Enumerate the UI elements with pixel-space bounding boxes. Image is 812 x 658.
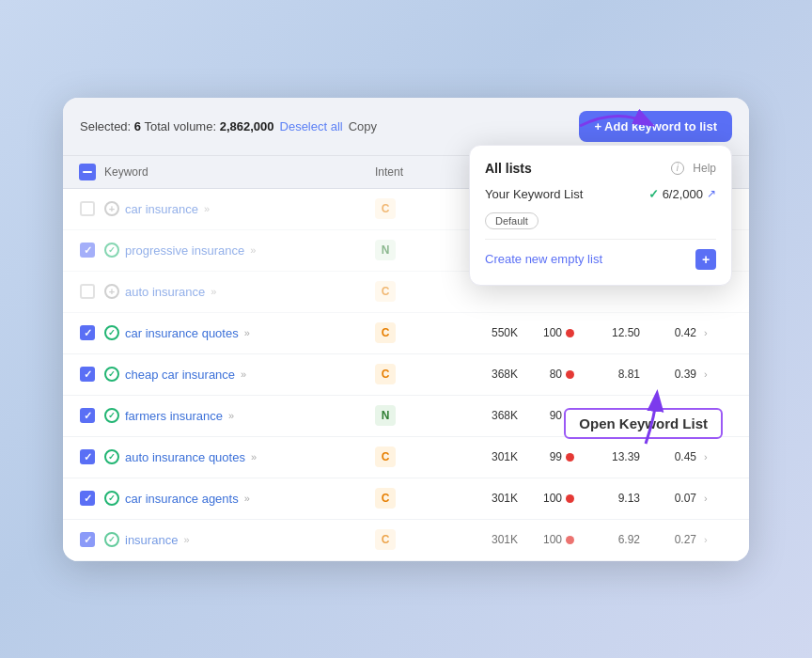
popup-header: All lists i Help	[485, 161, 716, 176]
com-cell: 0.27	[648, 533, 704, 546]
kw-check-icon	[104, 325, 119, 340]
create-list-plus-button[interactable]: +	[695, 249, 716, 270]
keyword-expand[interactable]: »	[211, 286, 216, 297]
kd-cell: 100	[525, 492, 582, 505]
kw-check-icon	[104, 491, 119, 506]
external-link-icon[interactable]: ↗	[707, 187, 716, 200]
keyword-expand[interactable]: »	[228, 410, 234, 421]
keyword-expand[interactable]: »	[251, 451, 257, 462]
intent-badge: C	[375, 198, 396, 219]
keyword-cell-3: + auto insurance »	[104, 284, 375, 299]
row-checkbox-7[interactable]	[70, 449, 104, 464]
check-icon: ✓	[648, 187, 659, 201]
row-checkbox-8[interactable]	[70, 491, 104, 506]
keyword-expand[interactable]: »	[183, 534, 189, 545]
keyword-expand[interactable]: »	[241, 368, 246, 380]
row-checkbox-3[interactable]	[70, 284, 104, 299]
table-row: insurance » C 301K 100 6.92 0.27 ›	[63, 520, 749, 561]
intent-cell: N	[375, 240, 450, 260]
keyword-cell-2: progressive insurance »	[104, 243, 375, 258]
keyword-expand[interactable]: »	[204, 203, 210, 214]
keyword-cell-8: car insurance agents »	[104, 491, 375, 506]
keyword-name[interactable]: progressive insurance	[125, 243, 244, 258]
intent-cell: C	[375, 322, 450, 343]
vol-cell: 301K	[450, 533, 525, 546]
cpc-cell: 6.92	[582, 533, 648, 546]
intent-badge: C	[375, 446, 396, 467]
intent-badge: C	[375, 364, 396, 384]
cpc-cell: 13.39	[582, 450, 648, 463]
intent-badge: C	[375, 529, 396, 550]
popup-title: All lists	[485, 161, 532, 176]
table-row: car insurance quotes » C 550K 100 12.50 …	[63, 313, 749, 354]
col-intent: Intent	[375, 165, 450, 179]
vol-cell: 301K	[450, 450, 525, 463]
keyword-name[interactable]: car insurance	[125, 202, 198, 216]
intent-badge: C	[375, 281, 396, 302]
keyword-cell-6: farmers insurance »	[104, 408, 375, 423]
cpc-cell: 9.13	[582, 492, 648, 505]
vol-cell: 368K	[450, 409, 525, 422]
keyword-cell-7: auto insurance quotes »	[104, 449, 375, 464]
col-keyword: Keyword	[104, 165, 375, 179]
keyword-name[interactable]: auto insurance	[125, 285, 205, 299]
selected-label: Selected: 6 Total volume: 2,862,000	[80, 119, 274, 133]
more-cell: ›	[704, 493, 742, 504]
row-checkbox-5[interactable]	[70, 367, 104, 382]
kd-cell: 99	[525, 450, 582, 463]
row-checkbox-1[interactable]	[70, 201, 104, 216]
create-new-list-link[interactable]: Create new empty list	[485, 252, 602, 266]
vol-cell: 550K	[450, 326, 525, 339]
row-checkbox-4[interactable]	[70, 325, 104, 340]
kw-check-icon	[104, 408, 119, 423]
kd-cell: 100	[525, 533, 582, 546]
kd-cell: 100	[525, 326, 582, 339]
keyword-cell-5: cheap car insurance »	[104, 367, 375, 382]
kw-check-icon	[104, 532, 119, 547]
row-checkbox-9[interactable]	[70, 532, 104, 547]
deselect-all-link[interactable]: Deselect all	[280, 119, 343, 133]
table-row: car insurance agents » C 301K 100 9.13 0…	[63, 478, 749, 520]
intent-cell: C	[375, 198, 450, 219]
row-checkbox-6[interactable]	[70, 408, 104, 423]
cpc-cell: 8.81	[582, 368, 648, 381]
keyword-name[interactable]: car insurance quotes	[125, 326, 239, 340]
kw-check-icon	[104, 449, 119, 464]
vol-cell: 368K	[450, 368, 525, 381]
deselect-icon[interactable]	[79, 164, 96, 180]
main-card: Selected: 6 Total volume: 2,862,000 Dese…	[63, 98, 749, 561]
row-checkbox-2[interactable]	[70, 243, 104, 258]
popup-list-count: ✓ 6/2,000 ↗	[648, 187, 716, 201]
select-all-checkbox[interactable]	[70, 164, 104, 180]
com-cell: 0.07	[648, 492, 704, 505]
intent-cell: C	[375, 529, 450, 550]
popup-help[interactable]: i Help	[671, 162, 716, 175]
intent-cell: C	[375, 364, 450, 384]
com-cell: 0.42	[648, 326, 704, 339]
add-keyword-button[interactable]: + Add keyword to list	[579, 111, 732, 142]
create-new-list: Create new empty list +	[485, 249, 716, 270]
copy-link[interactable]: Copy	[349, 119, 377, 133]
popup-list-item: Your Keyword List ✓ 6/2,000 ↗	[485, 187, 716, 201]
popup-divider	[485, 239, 716, 240]
keyword-expand[interactable]: »	[250, 244, 256, 256]
keyword-name[interactable]: cheap car insurance	[125, 368, 235, 382]
popup-list-name[interactable]: Your Keyword List	[485, 187, 583, 201]
intent-badge: N	[375, 405, 396, 426]
keyword-cell-9: insurance »	[104, 532, 375, 547]
keyword-name[interactable]: car insurance agents	[125, 492, 239, 506]
keyword-name[interactable]: farmers insurance	[125, 409, 223, 423]
intent-badge: C	[375, 488, 396, 509]
intent-badge: C	[375, 322, 396, 343]
more-cell: ›	[704, 451, 742, 462]
cpc-cell: 12.50	[582, 326, 648, 339]
keyword-name[interactable]: insurance	[125, 533, 178, 547]
keyword-name[interactable]: auto insurance quotes	[125, 450, 245, 464]
open-keyword-list-label: Open Keyword List	[564, 408, 723, 439]
default-badge: Default	[485, 212, 539, 229]
more-cell: ›	[704, 534, 742, 545]
keyword-expand[interactable]: »	[244, 327, 250, 338]
keyword-cell-1: + car insurance »	[104, 201, 375, 216]
com-cell: 0.39	[648, 368, 704, 381]
keyword-expand[interactable]: »	[244, 493, 250, 504]
